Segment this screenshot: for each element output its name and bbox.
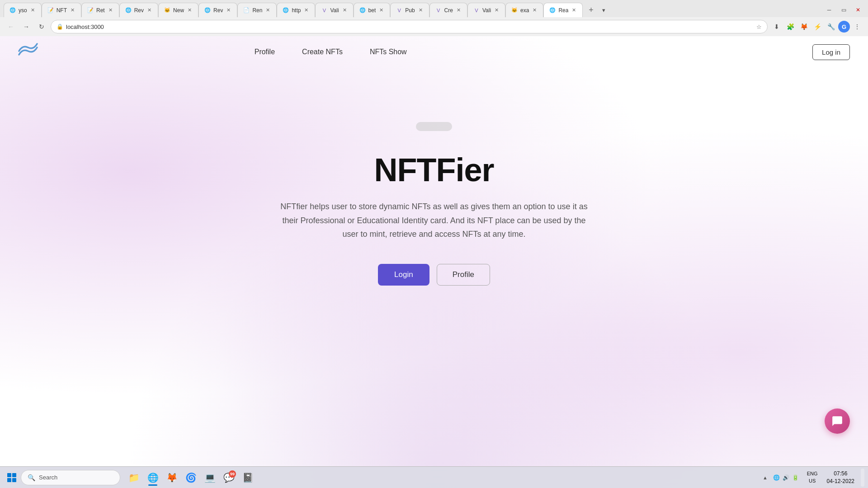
- new-tab-button[interactable]: +: [585, 4, 597, 16]
- tab-cre[interactable]: V Cre ✕: [429, 3, 467, 17]
- hero-section: NFTFier NFTfier helps user to store dyna…: [0, 68, 868, 286]
- reload-button[interactable]: ↻: [35, 20, 48, 33]
- tab-close-btn[interactable]: ✕: [532, 6, 538, 14]
- language-indicator[interactable]: ENG US: [804, 470, 821, 484]
- hero-profile-button[interactable]: Profile: [437, 264, 490, 286]
- taskbar-notes[interactable]: 📓: [239, 469, 257, 487]
- chat-bubble-button[interactable]: [825, 408, 850, 434]
- taskbar-file-explorer[interactable]: 📁: [125, 469, 143, 487]
- tab-overflow-button[interactable]: ▾: [597, 4, 610, 16]
- start-button[interactable]: [4, 469, 20, 486]
- windows-logo: [7, 473, 16, 482]
- tab-ren[interactable]: 📄 Ren ✕: [237, 3, 277, 17]
- back-button[interactable]: ←: [5, 20, 17, 33]
- lang-sub: US: [809, 478, 816, 484]
- taskbar-vscode[interactable]: 💻: [201, 469, 219, 487]
- hero-buttons: Login Profile: [378, 264, 490, 286]
- system-tray[interactable]: 🌐 🔊 🔋: [769, 469, 802, 487]
- tab-pub[interactable]: V Pub ✕: [390, 3, 429, 17]
- date-display: 04-12-2022: [827, 478, 854, 485]
- search-placeholder-text: Search: [39, 474, 57, 481]
- tab-ret[interactable]: 📝 Ret ✕: [81, 3, 119, 17]
- tab-close-btn[interactable]: ✕: [70, 6, 75, 14]
- taskbar-search-box[interactable]: 🔍 Search: [21, 470, 120, 485]
- tab-close-btn[interactable]: ✕: [187, 6, 193, 14]
- taskbar-whatsapp[interactable]: 💬 99: [220, 469, 238, 487]
- tab-close-btn[interactable]: ✕: [146, 6, 152, 14]
- tab-favicon: V: [435, 7, 442, 14]
- tab-close-btn[interactable]: ✕: [342, 6, 348, 14]
- tab-new[interactable]: 🐱 New ✕: [158, 3, 198, 17]
- bookmark-star-icon[interactable]: ☆: [756, 23, 762, 30]
- extension3-icon[interactable]: 🔧: [825, 20, 837, 33]
- nav-links: Profile Create NFTs NFTs Show: [255, 48, 407, 56]
- address-bar-row: ← → ↻ 🔒 localhost:3000 ☆ ⬇ 🧩 🦊 ⚡ 🔧 G ⋮: [0, 17, 868, 36]
- lang-code: ENG: [807, 470, 818, 477]
- taskbar-firefox[interactable]: 🦊: [163, 469, 181, 487]
- tab-rev1[interactable]: 🌐 Rev ✕: [119, 3, 158, 17]
- taskbar-right-area: ▲ 🌐 🔊 🔋 ENG US 07:56 04-12-2022: [763, 469, 864, 487]
- tab-favicon: V: [473, 7, 480, 14]
- tab-favicon: 🌐: [9, 7, 16, 14]
- tab-http[interactable]: 🌐 http ✕: [277, 3, 315, 17]
- tab-yso[interactable]: 🌐 yso ✕: [4, 3, 42, 17]
- tab-nft[interactable]: 📝 NFT ✕: [42, 3, 81, 17]
- taskbar-edge[interactable]: 🌀: [182, 469, 200, 487]
- tab-exa[interactable]: 🐱 exa ✕: [505, 3, 543, 17]
- tab-favicon: 🌐: [204, 7, 211, 14]
- minimize-button[interactable]: ─: [823, 4, 835, 16]
- tab-favicon: V: [321, 7, 327, 14]
- tab-favicon: 🐱: [164, 7, 170, 14]
- window-controls: ─ ▭ ✕: [823, 4, 868, 16]
- browser-chrome: 🌐 yso ✕ 📝 NFT ✕ 📝 Ret ✕ 🌐 Rev ✕ 🐱 New ✕ …: [0, 0, 868, 36]
- tab-close-btn[interactable]: ✕: [303, 6, 309, 14]
- extension2-icon[interactable]: ⚡: [811, 20, 824, 33]
- extensions-icon[interactable]: 🧩: [784, 20, 797, 33]
- page-content: Profile Create NFTs NFTs Show Log in NFT…: [0, 36, 868, 488]
- taskbar-pinned-apps: 📁 🌐 🦊 🌀 💻 💬 99 📓: [125, 469, 257, 487]
- hero-pill-decoration: [416, 122, 452, 131]
- taskbar-chrome[interactable]: 🌐: [144, 469, 162, 487]
- tab-close-btn[interactable]: ✕: [494, 6, 500, 14]
- tab-vali2[interactable]: V Vali ✕: [467, 3, 505, 17]
- battery-icon: 🔋: [792, 474, 799, 481]
- tab-rev2[interactable]: 🌐 Rev ✕: [198, 3, 237, 17]
- navbar: Profile Create NFTs NFTs Show Log in: [0, 36, 868, 68]
- security-icon: 🔒: [57, 23, 63, 30]
- tab-close-btn[interactable]: ✕: [265, 6, 271, 14]
- site-logo: [18, 42, 38, 62]
- tab-close-btn[interactable]: ✕: [108, 6, 113, 14]
- search-icon: 🔍: [28, 474, 35, 481]
- tab-bet[interactable]: 🌐 bet ✕: [354, 3, 391, 17]
- taskbar: 🔍 Search 📁 🌐 🦊 🌀 💻 💬 99 📓 ▲ 🌐 🔊 🔋 ENG US: [0, 466, 868, 488]
- tab-close-btn[interactable]: ✕: [571, 6, 577, 14]
- tab-favicon: 🌐: [549, 7, 556, 14]
- tab-rea[interactable]: 🌐 Rea ✕: [543, 3, 583, 17]
- address-bar[interactable]: 🔒 localhost:3000 ☆: [51, 20, 768, 33]
- nav-profile-link[interactable]: Profile: [255, 48, 275, 56]
- tab-vali1[interactable]: V Vali ✕: [315, 3, 353, 17]
- hero-login-button[interactable]: Login: [378, 264, 429, 286]
- forward-button[interactable]: →: [20, 20, 33, 33]
- system-tray-expand[interactable]: ▲: [763, 475, 768, 480]
- navbar-login-button[interactable]: Log in: [812, 44, 850, 60]
- clock[interactable]: 07:56 04-12-2022: [822, 470, 859, 485]
- tab-favicon: 🌐: [359, 7, 366, 14]
- nav-create-link[interactable]: Create NFTs: [302, 48, 343, 56]
- more-menu-icon[interactable]: ⋮: [851, 20, 863, 33]
- tab-close-btn[interactable]: ✕: [456, 6, 462, 14]
- url-text: localhost:3000: [66, 23, 754, 30]
- download-icon[interactable]: ⬇: [770, 20, 783, 33]
- tab-close-btn[interactable]: ✕: [378, 6, 384, 14]
- tab-favicon: 📝: [87, 7, 94, 14]
- chrome-profile[interactable]: G: [838, 21, 850, 33]
- show-desktop-button[interactable]: [861, 469, 864, 487]
- restore-button[interactable]: ▭: [837, 4, 850, 16]
- metmask-icon[interactable]: 🦊: [797, 20, 810, 33]
- tab-close-btn[interactable]: ✕: [30, 6, 36, 14]
- close-button[interactable]: ✕: [852, 4, 864, 16]
- tab-close-btn[interactable]: ✕: [226, 6, 231, 14]
- nav-show-link[interactable]: NFTs Show: [370, 48, 407, 56]
- tab-close-btn[interactable]: ✕: [418, 6, 424, 14]
- tab-favicon: 📝: [47, 7, 54, 14]
